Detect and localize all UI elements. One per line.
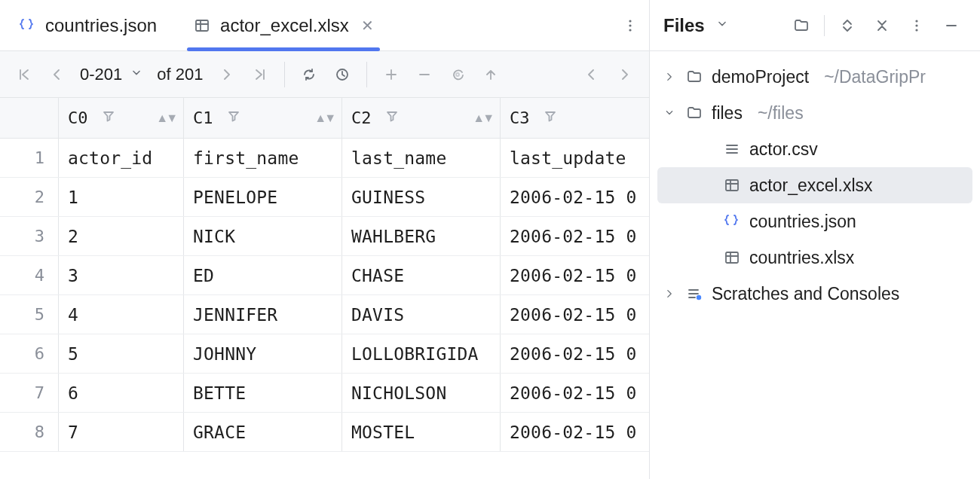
table-row[interactable]: 65JOHNNYLOLLOBRIGIDA2006-02-15 0 — [0, 334, 649, 374]
tree-node[interactable]: countries.json — [650, 203, 980, 240]
chevron-right-icon[interactable] — [662, 288, 677, 300]
chevron-down-icon — [130, 65, 143, 84]
cell[interactable]: BETTE — [184, 374, 342, 412]
cell[interactable]: actor_id — [59, 139, 184, 177]
table-row[interactable]: 43EDCHASE2006-02-15 0 — [0, 256, 649, 295]
table-row[interactable]: 32NICKWAHLBERG2006-02-15 0 — [0, 217, 649, 256]
cell[interactable]: 5 — [59, 334, 184, 373]
tab-actor-excel[interactable]: actor_excel.xlsx ✕ — [175, 0, 392, 50]
cell[interactable]: 3 — [59, 256, 184, 294]
next-page-button[interactable] — [212, 59, 242, 90]
cell[interactable]: GUINESS — [342, 178, 501, 216]
nav-back-button[interactable] — [577, 59, 607, 90]
row-range-label: 0-201 — [80, 65, 122, 84]
submit-button[interactable] — [476, 59, 506, 90]
column-header-c3[interactable]: C3 — [501, 98, 649, 138]
cell[interactable]: NICHOLSON — [342, 374, 501, 412]
cell[interactable]: 2006-02-15 0 — [501, 256, 649, 294]
panel-options-button[interactable] — [902, 11, 932, 41]
close-icon[interactable]: ✕ — [361, 17, 374, 35]
cell[interactable]: JOHNNY — [184, 334, 342, 373]
table-icon — [193, 17, 211, 35]
tree-node-label: files — [712, 103, 743, 124]
cell[interactable]: 1 — [59, 178, 184, 216]
cell[interactable]: 2006-02-15 0 — [501, 374, 649, 412]
cell[interactable]: 4 — [59, 295, 184, 334]
tree-node[interactable]: demoProject~/DataGripPr — [650, 59, 980, 95]
column-header-c2[interactable]: C2 ▲▼ — [342, 98, 501, 138]
table-row[interactable]: 54JENNIFERDAVIS2006-02-15 0 — [0, 295, 649, 334]
last-page-button[interactable] — [245, 59, 275, 90]
table-row[interactable]: 76BETTENICHOLSON2006-02-15 0 — [0, 374, 649, 413]
cell[interactable]: CHASE — [342, 256, 501, 294]
delete-row-button[interactable] — [409, 59, 439, 90]
cell[interactable]: 2006-02-15 0 — [501, 334, 649, 373]
cell[interactable]: last_name — [342, 139, 501, 177]
cell[interactable]: 2006-02-15 0 — [501, 178, 649, 216]
cell[interactable]: last_update — [501, 139, 649, 177]
chevron-down-icon[interactable] — [715, 16, 729, 35]
files-panel-header: Files — [650, 0, 980, 51]
cell[interactable]: WAHLBERG — [342, 217, 501, 255]
prev-page-button[interactable] — [42, 59, 72, 90]
tree-node[interactable]: Scratches and Consoles — [650, 276, 980, 312]
reload-button[interactable] — [294, 59, 324, 90]
filter-icon[interactable] — [226, 108, 241, 128]
column-name: C2 — [351, 108, 372, 127]
cell[interactable]: 6 — [59, 374, 184, 412]
cell[interactable]: 2006-02-15 0 — [501, 413, 649, 451]
row-number: 6 — [0, 334, 59, 373]
tree-node-label: countries.xlsx — [749, 248, 854, 268]
file-tree[interactable]: demoProject~/DataGripPrfiles~/filesactor… — [650, 51, 980, 479]
table-row[interactable]: 21PENELOPEGUINESS2006-02-15 0 — [0, 178, 649, 217]
tree-node[interactable]: files~/files — [650, 95, 980, 131]
tab-countries-json[interactable]: countries.json — [0, 0, 175, 50]
data-grid[interactable]: C0 ▲▼ C1 ▲▼ C2 ▲▼ C3 — [0, 98, 649, 479]
tabs-overflow-button[interactable] — [611, 0, 649, 50]
sort-icon[interactable]: ▲▼ — [156, 111, 176, 125]
sort-icon[interactable]: ▲▼ — [473, 111, 492, 125]
history-button[interactable] — [327, 59, 357, 90]
collapse-all-button[interactable] — [867, 11, 897, 41]
cell[interactable]: 7 — [59, 413, 184, 451]
cell[interactable]: 2006-02-15 0 — [501, 217, 649, 255]
cell[interactable]: MOSTEL — [342, 413, 501, 451]
filter-icon[interactable] — [101, 108, 116, 128]
cell[interactable]: LOLLOBRIGIDA — [342, 334, 501, 373]
column-name: C3 — [510, 108, 530, 127]
cell[interactable]: NICK — [184, 217, 342, 255]
new-folder-button[interactable] — [786, 11, 816, 41]
row-range-selector[interactable]: 0-201 — [75, 65, 148, 84]
sort-icon[interactable]: ▲▼ — [314, 111, 334, 125]
cell[interactable]: 2006-02-15 0 — [501, 295, 649, 334]
csv-icon — [722, 141, 742, 157]
expand-all-button[interactable] — [832, 11, 862, 41]
column-header-c0[interactable]: C0 ▲▼ — [59, 98, 184, 138]
cell[interactable]: PENELOPE — [184, 178, 342, 216]
cell[interactable]: ED — [184, 256, 342, 294]
first-page-button[interactable] — [9, 59, 39, 90]
cell[interactable]: GRACE — [184, 413, 342, 451]
tree-node[interactable]: actor.csv — [650, 131, 980, 167]
tree-node[interactable]: actor_excel.xlsx — [657, 167, 972, 203]
row-number: 4 — [0, 256, 59, 294]
cell[interactable]: DAVIS — [342, 295, 501, 334]
files-panel-title: Files — [663, 15, 705, 36]
grid-body: 1actor_idfirst_namelast_namelast_update2… — [0, 139, 649, 452]
cell[interactable]: JENNIFER — [184, 295, 342, 334]
chevron-down-icon[interactable] — [662, 107, 677, 119]
cell[interactable]: 2 — [59, 217, 184, 255]
add-row-button[interactable] — [376, 59, 406, 90]
revert-button[interactable] — [443, 59, 473, 90]
column-header-c1[interactable]: C1 ▲▼ — [184, 98, 342, 138]
tab-label: actor_excel.xlsx — [220, 15, 349, 36]
chevron-right-icon[interactable] — [662, 71, 677, 83]
table-row[interactable]: 1actor_idfirst_namelast_namelast_update — [0, 139, 649, 178]
hide-panel-button[interactable] — [936, 11, 966, 41]
filter-icon[interactable] — [543, 108, 558, 128]
tree-node[interactable]: countries.xlsx — [650, 240, 980, 276]
filter-icon[interactable] — [384, 108, 400, 128]
nav-forward-button[interactable] — [610, 59, 640, 90]
cell[interactable]: first_name — [184, 139, 342, 177]
table-row[interactable]: 87GRACEMOSTEL2006-02-15 0 — [0, 413, 649, 452]
